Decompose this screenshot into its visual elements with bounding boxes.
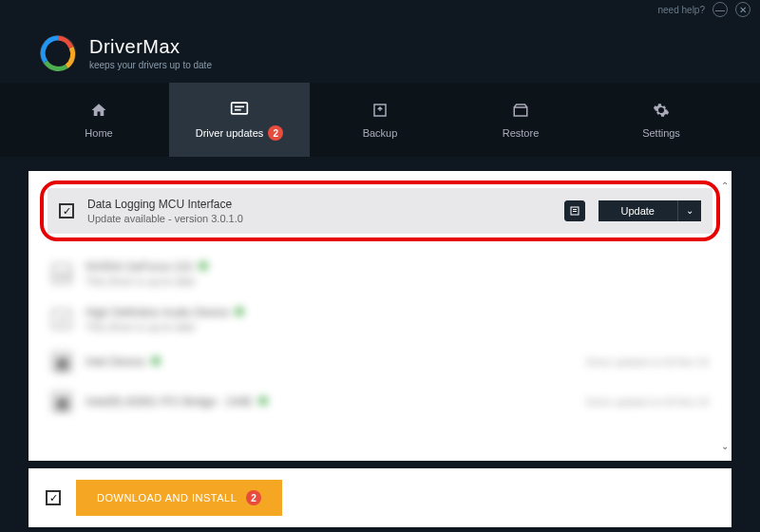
titlebar: need help? — ✕: [0, 0, 760, 19]
download-install-button[interactable]: DOWNLOAD AND INSTALL 2: [76, 480, 282, 516]
close-button[interactable]: ✕: [735, 2, 750, 17]
download-label: DOWNLOAD AND INSTALL: [97, 492, 237, 504]
status-dot-icon: [151, 356, 161, 366]
nav-label: Restore: [503, 127, 540, 139]
driver-subtitle: Update available - version 3.0.1.0: [87, 213, 551, 224]
scroll-up-icon[interactable]: ⌃: [718, 180, 732, 191]
help-link[interactable]: need help?: [658, 5, 706, 15]
navbar: Home Driver updates 2 Backup Restore Set…: [0, 83, 760, 157]
svg-rect-1: [232, 103, 248, 114]
restore-icon: [511, 101, 530, 120]
driver-row: ▭ NVIDIA GeForce 210 This driver is up-t…: [40, 251, 720, 296]
highlight-ring: ✓ Data Logging MCU Interface Update avai…: [40, 180, 720, 241]
driver-title: Data Logging MCU Interface: [87, 198, 551, 211]
row-text: Data Logging MCU Interface Update availa…: [87, 198, 551, 224]
nav-label: Settings: [642, 127, 680, 139]
footer: © 2017 DriverMax PRO version 9.17 f g+: [0, 527, 760, 532]
header: DriverMax keeps your drivers up to date: [0, 19, 760, 83]
nav-label: Home: [85, 127, 112, 139]
device-icon: ▦: [51, 391, 72, 412]
scrollbar[interactable]: ⌃ ⌄: [718, 180, 732, 451]
row-checkbox[interactable]: ✓: [59, 203, 74, 218]
bottom-bar: ✓ DOWNLOAD AND INSTALL 2: [28, 468, 732, 527]
download-badge: 2: [246, 490, 261, 505]
nav-label: Driver updates: [196, 127, 264, 139]
monitor-icon: ▭: [51, 263, 72, 284]
nav-restore[interactable]: Restore: [450, 83, 591, 157]
driver-row: ♪ High Definition Audio Device This driv…: [40, 296, 720, 342]
backup-icon: [370, 101, 390, 120]
details-button[interactable]: [564, 200, 585, 221]
audio-icon: ♪: [51, 309, 72, 330]
driver-row: ▦ Intel(R) 82801 PCI Bridge - 244E Drive…: [40, 382, 720, 422]
nav-settings[interactable]: Settings: [591, 83, 732, 157]
brand-name: DriverMax: [89, 36, 212, 58]
status-dot-icon: [199, 261, 208, 271]
brand-tagline: keeps your drivers up to date: [89, 60, 212, 70]
updates-badge: 2: [268, 125, 283, 141]
status-dot-icon: [258, 396, 268, 406]
nav-backup[interactable]: Backup: [310, 83, 450, 157]
brand-block: DriverMax keeps your drivers up to date: [89, 36, 212, 70]
nav-label: Backup: [363, 127, 398, 139]
minimize-button[interactable]: —: [712, 2, 728, 17]
driver-list-panel: ✓ Data Logging MCU Interface Update avai…: [28, 171, 732, 461]
scroll-down-icon[interactable]: ⌄: [718, 441, 732, 451]
nav-home[interactable]: Home: [28, 83, 169, 157]
update-button-group: Update ⌄: [598, 200, 701, 221]
updates-icon: [230, 99, 249, 118]
device-icon: ▦: [51, 352, 72, 372]
driver-row-highlighted: ✓ Data Logging MCU Interface Update avai…: [48, 188, 712, 234]
status-dot-icon: [235, 307, 244, 316]
update-dropdown[interactable]: ⌄: [677, 200, 701, 221]
nav-driver-updates[interactable]: Driver updates 2: [169, 83, 310, 157]
app-logo-icon: [38, 33, 78, 73]
update-button[interactable]: Update: [598, 200, 677, 221]
select-all-checkbox[interactable]: ✓: [46, 490, 61, 505]
home-icon: [89, 101, 108, 120]
gear-icon: [652, 101, 671, 120]
driver-row: ▦ Intel Device Driver updated on 03-Nov-…: [40, 342, 720, 382]
